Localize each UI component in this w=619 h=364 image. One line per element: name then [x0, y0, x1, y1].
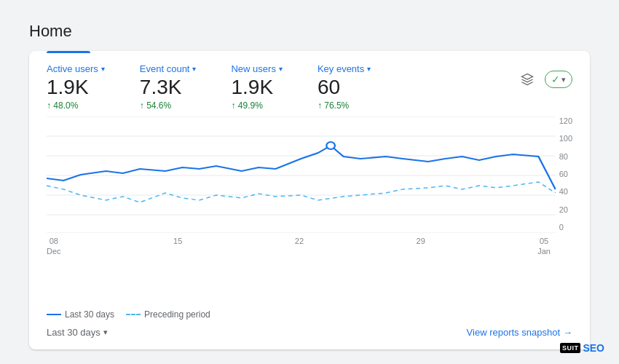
view-reports-link[interactable]: View reports snapshot →: [467, 327, 572, 338]
legend-line-dashed: [126, 314, 141, 315]
brand-suit-label: SUIT: [560, 343, 581, 353]
x-label-29: 29: [417, 236, 425, 257]
view-reports-label: View reports snapshot: [467, 327, 560, 338]
arrow-right-icon: →: [563, 327, 572, 338]
metric-new-users: New users ▾ 1.9K 49.9%: [231, 63, 282, 111]
legend-last-30-days: Last 30 days: [47, 309, 114, 320]
chevron-down-icon: ▾: [101, 65, 105, 73]
metrics-right: ✓ ▾: [516, 68, 572, 91]
metric-key-events: Key events ▾ 60 76.5%: [318, 63, 371, 111]
line-chart: .grid-line { stroke: #e8eaed; stroke-wid…: [47, 116, 572, 233]
x-label-15: 15: [173, 236, 182, 257]
brand-seo-label: SEO: [583, 342, 604, 354]
customize-icon: [521, 73, 534, 86]
metric-change-event-count: 54.6%: [140, 100, 197, 111]
chevron-down-icon: ▾: [367, 65, 371, 73]
check-icon: ✓: [551, 74, 560, 85]
metric-label-new-users[interactable]: New users ▾: [231, 63, 282, 74]
chevron-down-icon: ▾: [561, 75, 566, 84]
page-wrapper: Home Active users ▾ 1.9K 48.0% Event cou…: [0, 0, 619, 364]
legend-line-solid: [47, 314, 61, 315]
chevron-down-icon: ▾: [103, 328, 108, 337]
metric-label-key-events[interactable]: Key events ▾: [318, 63, 371, 74]
chart-container: .grid-line { stroke: #e8eaed; stroke-wid…: [47, 116, 572, 233]
legend-preceding-period: Preceding period: [126, 309, 210, 320]
legend-label-last30: Last 30 days: [65, 309, 114, 320]
preceding-period-line: [47, 182, 556, 202]
metric-change-active-users: 48.0%: [47, 100, 105, 111]
metric-label-event-count[interactable]: Event count ▾: [140, 63, 197, 74]
metric-change-key-events: 76.5%: [318, 100, 371, 111]
metrics-row: Active users ▾ 1.9K 48.0% Event count ▾ …: [29, 53, 590, 111]
metric-value-key-events: 60: [318, 76, 371, 99]
metric-change-new-users: 49.9%: [231, 100, 282, 111]
x-label-22: 22: [295, 236, 304, 257]
analytics-card: Active users ▾ 1.9K 48.0% Event count ▾ …: [29, 51, 590, 349]
metrics-left: Active users ▾ 1.9K 48.0% Event count ▾ …: [47, 63, 371, 111]
metric-label-active-users[interactable]: Active users ▾: [47, 63, 105, 74]
x-label-08dec: 08 Dec: [47, 236, 61, 257]
metric-value-event-count: 7.3K: [140, 76, 197, 99]
chart-legend: Last 30 days Preceding period: [29, 304, 590, 320]
x-label-05jan: 05 Jan: [537, 236, 551, 257]
metric-event-count: Event count ▾ 7.3K 54.6%: [140, 63, 197, 111]
page-title: Home: [29, 22, 590, 41]
highlight-dot: [326, 142, 335, 149]
legend-label-preceding: Preceding period: [144, 309, 210, 320]
metric-active-users: Active users ▾ 1.9K 48.0%: [47, 63, 105, 111]
settings-icon-button[interactable]: [516, 68, 539, 91]
branding: SUIT SEO: [560, 342, 604, 354]
last-30-days-line: [47, 146, 556, 189]
metric-value-active-users: 1.9K: [47, 76, 105, 99]
chart-area: .grid-line { stroke: #e8eaed; stroke-wid…: [29, 111, 590, 304]
x-axis-labels: 08 Dec 15 22 29 05 Jan: [47, 233, 572, 257]
metric-value-new-users: 1.9K: [231, 76, 282, 99]
date-range-button[interactable]: Last 30 days ▾: [47, 327, 108, 338]
y-axis-labels: 120 100 80 60 40 20 0: [559, 116, 572, 233]
compare-button[interactable]: ✓ ▾: [545, 71, 572, 88]
chevron-down-icon: ▾: [279, 65, 283, 73]
date-range-label: Last 30 days: [47, 327, 100, 338]
card-footer: Last 30 days ▾ View reports snapshot →: [29, 320, 590, 338]
chevron-down-icon: ▾: [192, 65, 196, 73]
